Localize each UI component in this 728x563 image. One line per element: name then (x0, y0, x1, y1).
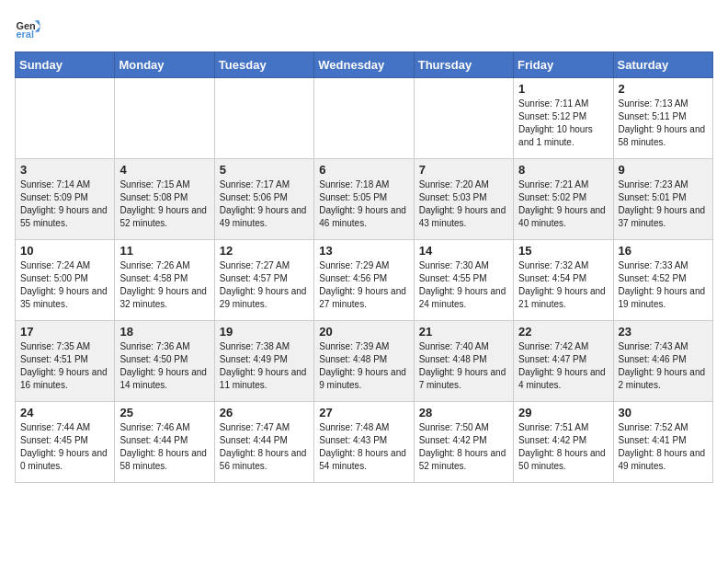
logo: Gen eral (15, 15, 44, 40)
sunrise-text: Sunrise: 7:38 AM (220, 340, 309, 353)
sunset-text: Sunset: 5:01 PM (619, 191, 708, 204)
calendar-week-row: 24 Sunrise: 7:44 AM Sunset: 4:45 PM Dayl… (16, 402, 713, 483)
day-number: 15 (518, 244, 608, 258)
sunrise-text: Sunrise: 7:27 AM (220, 259, 309, 272)
day-info: Sunrise: 7:26 AM Sunset: 4:58 PM Dayligh… (119, 259, 209, 311)
calendar-cell: 1 Sunrise: 7:11 AM Sunset: 5:12 PM Dayli… (514, 78, 613, 159)
day-number: 4 (119, 163, 209, 177)
sunset-text: Sunset: 5:12 PM (518, 110, 608, 123)
daylight-text: Daylight: 9 hours and 21 minutes. (518, 285, 608, 311)
sunrise-text: Sunrise: 7:18 AM (319, 178, 408, 191)
day-info: Sunrise: 7:35 AM Sunset: 4:51 PM Dayligh… (20, 340, 109, 392)
daylight-text: Daylight: 9 hours and 14 minutes. (119, 366, 209, 392)
sunrise-text: Sunrise: 7:40 AM (419, 340, 508, 353)
page-header: Gen eral (15, 15, 713, 40)
sunset-text: Sunset: 4:57 PM (220, 272, 309, 285)
calendar-cell: 20 Sunrise: 7:39 AM Sunset: 4:48 PM Dayl… (314, 321, 414, 402)
weekday-row: SundayMondayTuesdayWednesdayThursdayFrid… (16, 52, 713, 78)
daylight-text: Daylight: 9 hours and 43 minutes. (419, 204, 508, 230)
weekday-header-tuesday: Tuesday (214, 52, 313, 78)
sunset-text: Sunset: 5:08 PM (119, 191, 209, 204)
sunrise-text: Sunrise: 7:43 AM (619, 340, 708, 353)
sunset-text: Sunset: 4:54 PM (518, 272, 608, 285)
day-info: Sunrise: 7:11 AM Sunset: 5:12 PM Dayligh… (518, 98, 608, 149)
calendar-cell (314, 78, 414, 159)
day-info: Sunrise: 7:30 AM Sunset: 4:55 PM Dayligh… (419, 259, 508, 311)
day-info: Sunrise: 7:43 AM Sunset: 4:46 PM Dayligh… (619, 340, 708, 392)
day-info: Sunrise: 7:13 AM Sunset: 5:11 PM Dayligh… (619, 98, 708, 149)
sunset-text: Sunset: 4:46 PM (619, 353, 708, 366)
daylight-text: Daylight: 8 hours and 49 minutes. (619, 447, 708, 473)
daylight-text: Daylight: 9 hours and 7 minutes. (419, 366, 508, 392)
sunset-text: Sunset: 4:48 PM (419, 353, 508, 366)
daylight-text: Daylight: 9 hours and 49 minutes. (220, 204, 309, 230)
sunset-text: Sunset: 4:51 PM (20, 353, 109, 366)
sunset-text: Sunset: 4:50 PM (119, 353, 209, 366)
daylight-text: Daylight: 9 hours and 29 minutes. (220, 285, 309, 311)
calendar-cell: 12 Sunrise: 7:27 AM Sunset: 4:57 PM Dayl… (214, 240, 313, 321)
daylight-text: Daylight: 9 hours and 46 minutes. (319, 204, 408, 230)
day-number: 14 (419, 244, 508, 258)
sunset-text: Sunset: 4:44 PM (220, 434, 309, 447)
sunset-text: Sunset: 5:02 PM (518, 191, 608, 204)
daylight-text: Daylight: 9 hours and 0 minutes. (20, 447, 109, 473)
calendar-header: SundayMondayTuesdayWednesdayThursdayFrid… (16, 52, 713, 78)
sunset-text: Sunset: 4:42 PM (518, 434, 608, 447)
daylight-text: Daylight: 8 hours and 50 minutes. (518, 447, 608, 473)
sunset-text: Sunset: 4:55 PM (419, 272, 508, 285)
calendar-cell: 26 Sunrise: 7:47 AM Sunset: 4:44 PM Dayl… (214, 402, 313, 483)
sunrise-text: Sunrise: 7:44 AM (20, 421, 109, 434)
sunrise-text: Sunrise: 7:20 AM (419, 178, 508, 191)
sunrise-text: Sunrise: 7:23 AM (619, 178, 708, 191)
day-info: Sunrise: 7:42 AM Sunset: 4:47 PM Dayligh… (518, 340, 608, 392)
day-info: Sunrise: 7:48 AM Sunset: 4:43 PM Dayligh… (319, 421, 408, 473)
svg-text:eral: eral (17, 29, 34, 40)
day-info: Sunrise: 7:17 AM Sunset: 5:06 PM Dayligh… (220, 178, 309, 230)
calendar-cell (414, 78, 513, 159)
day-number: 13 (319, 244, 408, 258)
day-number: 6 (319, 163, 408, 177)
day-info: Sunrise: 7:33 AM Sunset: 4:52 PM Dayligh… (619, 259, 708, 311)
calendar-cell (214, 78, 313, 159)
sunrise-text: Sunrise: 7:33 AM (619, 259, 708, 272)
sunset-text: Sunset: 4:56 PM (319, 272, 408, 285)
daylight-text: Daylight: 10 hours and 1 minute. (518, 123, 608, 149)
day-info: Sunrise: 7:29 AM Sunset: 4:56 PM Dayligh… (319, 259, 408, 311)
day-info: Sunrise: 7:18 AM Sunset: 5:05 PM Dayligh… (319, 178, 408, 230)
day-number: 9 (619, 163, 708, 177)
sunset-text: Sunset: 4:41 PM (619, 434, 708, 447)
calendar-cell: 17 Sunrise: 7:35 AM Sunset: 4:51 PM Dayl… (16, 321, 115, 402)
sunrise-text: Sunrise: 7:17 AM (220, 178, 309, 191)
calendar-week-row: 17 Sunrise: 7:35 AM Sunset: 4:51 PM Dayl… (16, 321, 713, 402)
day-info: Sunrise: 7:32 AM Sunset: 4:54 PM Dayligh… (518, 259, 608, 311)
daylight-text: Daylight: 8 hours and 52 minutes. (419, 447, 508, 473)
day-number: 24 (20, 406, 109, 419)
day-number: 20 (319, 325, 408, 339)
sunset-text: Sunset: 5:03 PM (419, 191, 508, 204)
calendar-body: 1 Sunrise: 7:11 AM Sunset: 5:12 PM Dayli… (16, 78, 713, 483)
daylight-text: Daylight: 9 hours and 24 minutes. (419, 285, 508, 311)
calendar-cell: 3 Sunrise: 7:14 AM Sunset: 5:09 PM Dayli… (16, 159, 115, 240)
sunset-text: Sunset: 4:52 PM (619, 272, 708, 285)
calendar-cell (115, 78, 214, 159)
sunrise-text: Sunrise: 7:15 AM (119, 178, 209, 191)
day-info: Sunrise: 7:44 AM Sunset: 4:45 PM Dayligh… (20, 421, 109, 473)
sunset-text: Sunset: 5:06 PM (220, 191, 309, 204)
day-number: 12 (220, 244, 309, 258)
daylight-text: Daylight: 9 hours and 11 minutes. (220, 366, 309, 392)
daylight-text: Daylight: 9 hours and 35 minutes. (20, 285, 109, 311)
sunset-text: Sunset: 5:05 PM (319, 191, 408, 204)
day-info: Sunrise: 7:51 AM Sunset: 4:42 PM Dayligh… (518, 421, 608, 473)
sunrise-text: Sunrise: 7:47 AM (220, 421, 309, 434)
day-number: 16 (619, 244, 708, 258)
sunrise-text: Sunrise: 7:21 AM (518, 178, 608, 191)
day-number: 3 (20, 163, 109, 177)
sunrise-text: Sunrise: 7:52 AM (619, 421, 708, 434)
calendar-cell: 13 Sunrise: 7:29 AM Sunset: 4:56 PM Dayl… (314, 240, 414, 321)
day-number: 10 (20, 244, 109, 258)
day-info: Sunrise: 7:21 AM Sunset: 5:02 PM Dayligh… (518, 178, 608, 230)
day-info: Sunrise: 7:23 AM Sunset: 5:01 PM Dayligh… (619, 178, 708, 230)
daylight-text: Daylight: 9 hours and 58 minutes. (619, 123, 708, 149)
day-number: 19 (220, 325, 309, 339)
sunset-text: Sunset: 4:43 PM (319, 434, 408, 447)
